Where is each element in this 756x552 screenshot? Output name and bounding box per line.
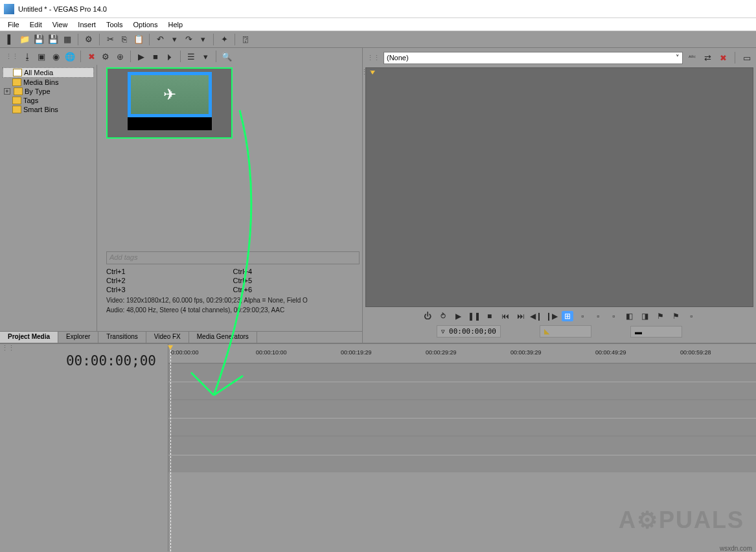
delete-icon[interactable]: ✖ — [716, 51, 729, 64]
go-end-icon[interactable]: ⏭ — [515, 311, 527, 321]
tool-icon[interactable]: ▫ — [686, 311, 698, 321]
redo-icon[interactable]: ↷ — [182, 33, 195, 46]
tree-media-bins[interactable]: Media Bins — [3, 78, 94, 87]
tab-video-fx[interactable]: Video FX — [146, 332, 189, 343]
search-icon[interactable]: 🔍 — [220, 50, 233, 63]
shortcut[interactable]: Ctrl+2 — [106, 276, 233, 285]
grip-icon[interactable]: ⋮⋮ — [0, 344, 16, 352]
menu-file[interactable]: File — [3, 21, 25, 29]
record-icon[interactable]: ⏻ — [422, 311, 433, 321]
import-icon[interactable]: ⭳ — [21, 50, 34, 63]
marker-icon[interactable]: ⚑ — [670, 311, 682, 321]
menu-tools[interactable]: Tools — [101, 21, 128, 29]
tree-tags[interactable]: Tags — [3, 96, 94, 105]
shortcut[interactable]: Ctrl+3 — [106, 285, 233, 294]
help-icon[interactable]: ⍰ — [239, 33, 252, 46]
timeline-position[interactable]: 00:00:00;00 — [0, 344, 168, 374]
undo-icon[interactable]: ↶ — [154, 33, 166, 46]
tab-media-generators[interactable]: Media Generators — [189, 332, 257, 343]
menu-help[interactable]: Help — [163, 21, 188, 29]
dock-icon[interactable]: ▭ — [740, 51, 753, 64]
open-icon[interactable]: 📁 — [18, 33, 31, 46]
audio-track[interactable] — [168, 400, 756, 436]
properties-icon[interactable]: ⚙ — [82, 33, 95, 46]
redo-drop-icon[interactable]: ▾ — [196, 33, 209, 46]
timecode-value: 00:00:00;00 — [449, 327, 496, 336]
grip-icon[interactable]: ⋮⋮ — [4, 52, 19, 61]
next-icon[interactable]: ⏵ — [163, 50, 176, 63]
go-start-icon[interactable]: ⏮ — [499, 311, 511, 321]
play-icon[interactable]: ▶ — [135, 50, 148, 63]
cursor-timecode[interactable]: ▿ 00:00:00;00 — [437, 325, 501, 338]
marker-icon[interactable]: ⚑ — [655, 311, 667, 321]
views-icon[interactable]: ☰ — [185, 50, 198, 63]
views-drop-icon[interactable]: ▾ — [199, 50, 212, 63]
cut-icon[interactable]: ✂ — [104, 33, 117, 46]
video-track[interactable]: ↖ + — [168, 363, 756, 400]
transport-controls: ⏻ ⥁ ▶ ❚❚ ■ ⏮ ⏭ ◀❙ ❙▶ ⊞ ▫ ▫ ▫ ◧ ◨ ⚑ ⚑ ▫ — [365, 307, 753, 323]
menu-edit[interactable]: Edit — [25, 21, 47, 29]
shortcut[interactable]: Ctrl+1 — [106, 267, 233, 276]
add-tags-input[interactable]: Add tags — [106, 251, 360, 264]
tool-icon[interactable]: ▫ — [593, 311, 604, 321]
tree-label: Tags — [23, 97, 38, 104]
tree-by-type[interactable]: + By Type — [3, 87, 94, 96]
media-video-info: Video: 1920x1080x12, 60.000 fps, 00:29:0… — [106, 297, 360, 304]
stop-icon[interactable]: ■ — [149, 50, 162, 63]
menu-options[interactable]: Options — [128, 21, 163, 29]
preview-panel: ⋮⋮ (None) ˅ ᴬᴮᶜ ⇄ ✖ ▭ ⋮⋮ ⏻ ⥁ ▶ ❚❚ ■ ⏮ ⏭ … — [363, 48, 756, 343]
separator — [213, 34, 214, 45]
new-icon[interactable]: ▌ — [4, 33, 17, 46]
tree-label: Media Bins — [23, 78, 58, 86]
toggle-icon[interactable]: ⇄ — [701, 51, 714, 64]
tool-icon[interactable]: ◨ — [639, 311, 651, 321]
tool-icon[interactable]: ▫ — [577, 311, 589, 321]
save-as-icon[interactable]: 💾 — [47, 33, 60, 46]
props-icon[interactable]: ⚙ — [99, 50, 112, 63]
render-icon[interactable]: ▦ — [61, 33, 74, 46]
undo-drop-icon[interactable]: ▾ — [168, 33, 181, 46]
stop-icon[interactable]: ■ — [484, 311, 496, 321]
media-clip-thumbnail[interactable] — [106, 67, 233, 139]
empty-track[interactable] — [168, 436, 756, 472]
separator — [735, 52, 735, 63]
grip-icon[interactable]: ⋮⋮ — [360, 68, 375, 76]
capture-icon[interactable]: ▣ — [35, 50, 48, 63]
tab-project-media[interactable]: Project Media — [0, 332, 58, 343]
play-start-icon[interactable]: ▶ — [453, 311, 464, 321]
web-icon[interactable]: 🌐 — [63, 50, 76, 63]
grip-icon[interactable]: ⋮⋮ — [365, 54, 381, 62]
copy-icon[interactable]: ⎘ — [118, 33, 131, 46]
fx-icon[interactable]: ⊕ — [113, 50, 126, 63]
next-frame-icon[interactable]: ❙▶ — [546, 311, 558, 321]
time-ruler[interactable]: 0:00:00:00 00:00:10:00 00:00:19:29 00:00… — [168, 344, 756, 363]
abc-icon[interactable]: ᴬᴮᶜ — [685, 51, 698, 64]
separator — [235, 34, 235, 45]
loop-icon[interactable]: ⥁ — [437, 311, 449, 321]
menu-view[interactable]: View — [47, 21, 73, 29]
tool-icon[interactable]: ▫ — [608, 311, 620, 321]
menu-insert[interactable]: Insert — [73, 21, 101, 29]
tab-transitions[interactable]: Transitions — [98, 332, 146, 343]
save-icon[interactable]: 💾 — [32, 33, 45, 46]
video-preview: ⋮⋮ — [365, 67, 753, 307]
prev-frame-icon[interactable]: ◀❙ — [531, 311, 542, 321]
get-media-icon[interactable]: ◉ — [49, 50, 62, 63]
paste-icon[interactable]: 📋 — [132, 33, 145, 46]
tree-all-media[interactable]: All Media — [3, 67, 94, 78]
expand-icon[interactable]: + — [4, 88, 10, 95]
selection-start[interactable]: ◣ — [540, 325, 591, 338]
shortcut[interactable]: Ctrl+5 — [233, 276, 360, 285]
pause-icon[interactable]: ❚❚ — [468, 311, 480, 321]
shortcut[interactable]: Ctrl+6 — [233, 285, 360, 294]
normal-edit-icon[interactable]: ⊞ — [562, 311, 573, 321]
tree-smart-bins[interactable]: Smart Bins — [3, 105, 94, 114]
fx-selector[interactable]: (None) ˅ — [384, 52, 683, 64]
ruler-tick: 00:00:29:29 — [426, 349, 457, 356]
tab-explorer[interactable]: Explorer — [58, 332, 98, 343]
tool-icon[interactable]: ◧ — [624, 311, 636, 321]
selection-end[interactable]: ▬ — [630, 326, 682, 338]
shortcut[interactable]: Ctrl+4 — [233, 267, 360, 276]
remove-icon[interactable]: ✖ — [85, 50, 98, 63]
enable-snap-icon[interactable]: ✦ — [218, 33, 231, 46]
